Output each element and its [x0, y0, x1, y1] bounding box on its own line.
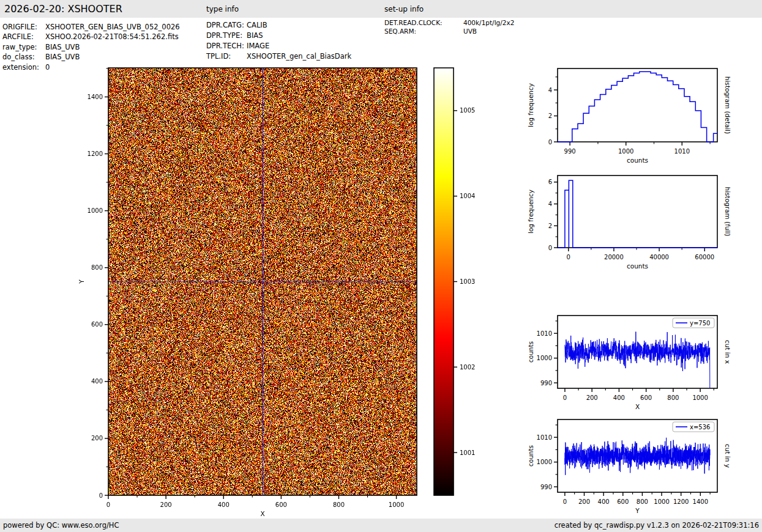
info-value: 400k/1pt/lg/2x2	[463, 19, 514, 26]
svg-text:400: 400	[218, 501, 230, 508]
info-value: 0	[45, 63, 50, 72]
info-row: DET.READ.CLOCK:400k/1pt/lg/2x2	[384, 19, 514, 28]
svg-text:600: 600	[617, 498, 629, 505]
svg-text:log frequency: log frequency	[527, 83, 534, 127]
info-value: BIAS_UVB	[45, 53, 80, 61]
info-row: extension:0	[2, 62, 180, 72]
info-label: SEQ.ARM:	[384, 28, 463, 36]
info-label: raw_type:	[2, 42, 45, 52]
info-label: do_class:	[2, 52, 45, 62]
footer-left-text: powered by QC: www.eso.org/HC	[3, 521, 119, 530]
cut-in-y-plot: 020040060080010001200140099010001010Ycou…	[521, 410, 749, 519]
svg-text:400: 400	[598, 498, 610, 505]
svg-text:400: 400	[91, 378, 103, 385]
svg-text:600: 600	[91, 321, 103, 328]
colorbar-axes: 10011002100310041005	[431, 59, 488, 526]
footer-band: powered by QC: www.eso.org/HC created by…	[0, 519, 762, 532]
svg-text:1000: 1000	[654, 498, 669, 505]
info-label: extension:	[2, 62, 45, 72]
svg-text:2: 2	[548, 113, 552, 119]
svg-text:X: X	[635, 403, 640, 410]
svg-text:990: 990	[540, 380, 552, 386]
info-row: DPR.CATG:CALIB	[206, 20, 351, 31]
svg-text:200: 200	[586, 394, 598, 401]
svg-text:1200: 1200	[88, 150, 103, 157]
info-value: XSHOOTER_GEN_BIAS_UVB_052_0026	[45, 23, 180, 31]
svg-text:1010: 1010	[537, 330, 552, 337]
svg-text:1200: 1200	[673, 498, 689, 505]
svg-text:1000: 1000	[389, 501, 404, 508]
info-value: CALIB	[247, 21, 267, 29]
page-title: 2026-02-20: XSHOOTER	[4, 3, 122, 15]
svg-text:log frequency: log frequency	[527, 190, 534, 234]
svg-text:1000: 1000	[537, 459, 552, 465]
svg-text:800: 800	[91, 264, 103, 271]
svg-text:y=750: y=750	[690, 320, 710, 327]
svg-text:0: 0	[99, 492, 103, 499]
svg-text:800: 800	[667, 394, 679, 401]
type-info-heading: type info	[206, 5, 239, 13]
svg-text:0: 0	[563, 394, 567, 401]
histogram-detail-plot: 99010001010024countslog frequencyhistogr…	[521, 59, 749, 168]
info-row: DPR.TYPE:BIAS	[206, 31, 351, 41]
info-row: ARCFILE:XSHOO.2026-02-21T08:54:51.262.fi…	[2, 32, 180, 42]
svg-text:X: X	[260, 510, 264, 517]
svg-text:1010: 1010	[674, 148, 690, 155]
info-value: UVB	[463, 28, 477, 35]
setup-info-heading: set-up info	[384, 5, 424, 13]
info-label: ORIGFILE:	[2, 22, 45, 32]
svg-text:4: 4	[548, 87, 552, 94]
svg-text:600: 600	[275, 501, 287, 508]
svg-text:200: 200	[578, 498, 590, 505]
svg-text:2: 2	[548, 223, 552, 229]
info-value: XSHOO.2026-02-21T08:54:51.262.fits	[45, 32, 179, 41]
info-row: DPR.TECH:IMAGE	[206, 41, 351, 51]
svg-text:6: 6	[548, 179, 552, 185]
svg-text:1400: 1400	[693, 498, 708, 505]
info-row: do_class:BIAS_UVB	[2, 52, 180, 62]
info-row: TPL.ID:XSHOOTER_gen_cal_BiasDark	[206, 51, 351, 62]
histogram-full-plot: 02000040000600000246countslog frequencyh…	[521, 166, 749, 275]
svg-text:0: 0	[548, 139, 552, 146]
svg-text:0: 0	[563, 498, 567, 505]
info-label: ARCFILE:	[2, 32, 45, 42]
svg-text:counts: counts	[527, 445, 534, 467]
info-label: DPR.TECH:	[206, 41, 247, 51]
svg-text:cut in x: cut in x	[724, 340, 731, 364]
info-label: DET.READ.CLOCK:	[384, 19, 463, 28]
svg-text:1010: 1010	[537, 434, 552, 441]
svg-text:histogram (detail): histogram (detail)	[724, 76, 731, 134]
svg-text:600: 600	[640, 394, 652, 401]
svg-text:counts: counts	[627, 157, 648, 164]
svg-text:1005: 1005	[460, 107, 475, 114]
svg-text:1000: 1000	[618, 148, 633, 155]
svg-text:990: 990	[564, 148, 576, 155]
svg-text:400: 400	[613, 394, 625, 401]
svg-text:800: 800	[333, 501, 345, 508]
svg-text:0: 0	[548, 245, 552, 251]
footer-right-text: created by qc_rawdisp.py v1.2.3 on 2026-…	[555, 521, 759, 530]
svg-text:20000: 20000	[604, 254, 624, 260]
info-row: raw_type:BIAS_UVB	[2, 42, 180, 52]
svg-text:x=536: x=536	[690, 424, 710, 430]
svg-text:1001: 1001	[460, 449, 475, 456]
svg-text:60000: 60000	[695, 254, 714, 260]
svg-text:counts: counts	[627, 262, 648, 270]
svg-text:Y: Y	[78, 279, 85, 284]
svg-text:1000: 1000	[537, 355, 552, 361]
svg-text:1002: 1002	[460, 364, 475, 371]
bias-frame-axes: 0200400600800100002004006008001000120014…	[72, 59, 441, 526]
info-row: ORIGFILE:XSHOOTER_GEN_BIAS_UVB_052_0026	[2, 22, 180, 32]
svg-text:counts: counts	[527, 341, 534, 363]
info-row: SEQ.ARM:UVB	[384, 28, 514, 36]
header-band: 2026-02-20: XSHOOTER type info set-up in…	[0, 0, 762, 18]
colorbar	[434, 68, 454, 495]
svg-text:40000: 40000	[649, 254, 669, 260]
svg-text:1000: 1000	[692, 394, 708, 401]
info-value: IMAGE	[247, 42, 269, 50]
svg-text:1400: 1400	[88, 94, 103, 100]
svg-text:1000: 1000	[88, 207, 103, 214]
svg-text:200: 200	[160, 501, 172, 508]
info-label: TPL.ID:	[206, 51, 247, 62]
info-value: XSHOOTER_gen_cal_BiasDark	[247, 52, 351, 61]
